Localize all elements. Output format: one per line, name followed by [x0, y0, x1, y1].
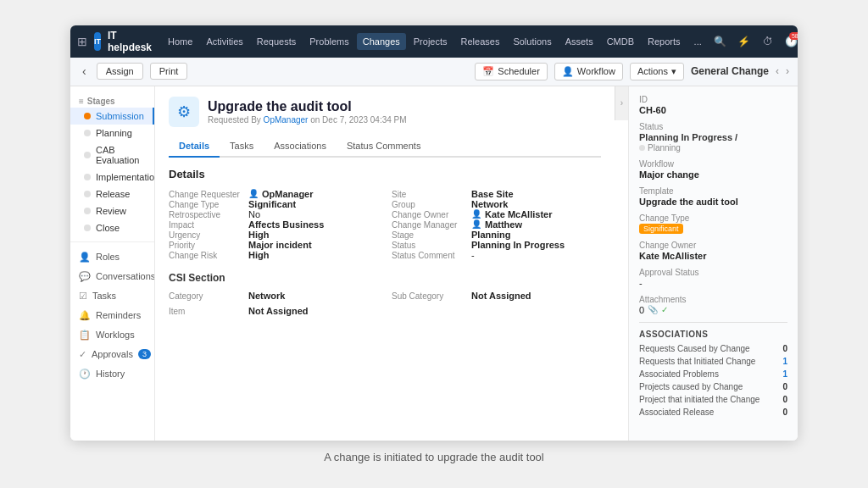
logo: IT [94, 32, 101, 51]
nav-icons: 🔍 ⚡ ⏱ 🕐 58 🔔 3 ⚙ U [711, 32, 798, 51]
stage-dot-release [84, 191, 91, 197]
conversations-icon: 💬 [79, 271, 91, 282]
sidebar-approvals[interactable]: ✓ Approvals 3 [70, 345, 154, 364]
right-panel: ID CH-60 Status Planning In Progress / P… [628, 86, 798, 441]
notifications-icon[interactable]: 🕐 58 [782, 32, 798, 51]
roles-icon: 👤 [79, 252, 91, 263]
nav-next-arrow[interactable]: › [786, 65, 789, 77]
lightning-icon[interactable]: ⚡ [735, 32, 754, 51]
nav-home[interactable]: Home [162, 33, 198, 50]
nav-prev-arrow[interactable]: ‹ [776, 65, 779, 77]
fields-left: Change Requester 👤 OpManager Change Type… [169, 189, 378, 260]
csi-section: CSI Section Category Network Sub Categor… [169, 272, 601, 316]
footer-caption: A change is initiated to upgrade the aud… [324, 451, 543, 463]
rp-change-type: Change Type Significant [639, 214, 787, 234]
rp-status: Status Planning In Progress / Planning [639, 122, 787, 152]
search-icon[interactable]: 🔍 [711, 32, 730, 51]
details-grid: Change Requester 👤 OpManager Change Type… [169, 189, 601, 260]
significant-badge: Significant [639, 224, 683, 234]
workflow-icon: 👤 [562, 66, 574, 77]
tab-associations[interactable]: Associations [264, 136, 337, 158]
grid-icon[interactable]: ⊞ [77, 35, 87, 48]
tab-details[interactable]: Details [169, 136, 220, 158]
nav-assets[interactable]: Assets [559, 33, 599, 50]
assign-button[interactable]: Assign [97, 63, 143, 80]
nav-reports[interactable]: Reports [642, 33, 687, 50]
csi-section-title: CSI Section [169, 272, 601, 284]
assoc-requests-initiated: Requests that Initiated Change 1 [639, 357, 787, 366]
assoc-problems: Associated Problems 1 [639, 369, 787, 379]
sidebar-conversations[interactable]: 💬 Conversations [70, 267, 154, 286]
collapse-toggle[interactable]: › [615, 86, 628, 120]
nav-problems[interactable]: Problems [303, 33, 354, 50]
field-item: Item Not Assigned [169, 306, 378, 316]
approvals-badge: 3 [138, 349, 151, 359]
sub-toolbar: ‹ Assign Print 📅 Scheduler 👤 Workflow Ac… [70, 58, 798, 86]
attachment-icon[interactable]: 📎 [648, 305, 658, 314]
brand-name: IT helpdesk [108, 30, 152, 53]
sidebar-history[interactable]: 🕐 History [70, 364, 154, 384]
stage-release[interactable]: Release [70, 186, 154, 202]
associations-title: ASSOCIATIONS [639, 330, 787, 339]
actions-button[interactable]: Actions ▾ [630, 63, 684, 80]
field-stage: Stage Planning [392, 230, 601, 240]
nav-projects[interactable]: Projects [408, 33, 453, 50]
change-title: Upgrade the audit tool [208, 99, 407, 114]
nav-requests[interactable]: Requests [251, 33, 302, 50]
sidebar-roles[interactable]: 👤 Roles [70, 247, 154, 267]
stage-dot-submission [84, 113, 91, 119]
stage-dot-impl [84, 174, 91, 180]
change-icon: ⚙ [169, 97, 199, 127]
back-button[interactable]: ‹ [79, 63, 90, 80]
assoc-project-initiated: Project that initiated the Change 0 [639, 395, 787, 404]
sidebar-reminders[interactable]: 🔔 Reminders [70, 306, 154, 325]
stage-review[interactable]: Review [70, 202, 154, 219]
sidebar-tasks[interactable]: ☑ Tasks [70, 286, 154, 306]
rp-status-values: Planning In Progress / Planning [639, 132, 787, 152]
rp-attachments: Attachments 0 📎 ✓ [639, 295, 787, 315]
field-retrospective: Retrospective No [169, 209, 378, 219]
stage-planning[interactable]: Planning [70, 125, 154, 141]
main-content: ⚙ Upgrade the audit tool Requested By Op… [155, 86, 615, 441]
planning-dot [639, 145, 645, 151]
attachment-check-icon: ✓ [661, 305, 668, 314]
stage-submission[interactable]: Submission [70, 108, 154, 125]
stage-implementation[interactable]: Implementation [70, 169, 154, 186]
stage-cab[interactable]: CAB Evaluation [70, 141, 154, 169]
workflow-button[interactable]: 👤 Workflow [554, 63, 623, 80]
field-impact: Impact Affects Business [169, 219, 378, 230]
nav-cmdb[interactable]: CMDB [601, 33, 640, 50]
timer-icon[interactable]: ⏱ [759, 32, 777, 51]
nav-changes[interactable]: Changes [357, 33, 406, 50]
tasks-icon: ☑ [79, 291, 87, 302]
nav-items: Home Activities Requests Problems Change… [162, 33, 708, 50]
nav-activities[interactable]: Activities [200, 33, 248, 50]
rp-workflow: Workflow Major change [639, 159, 787, 180]
tab-status-comments[interactable]: Status Comments [337, 136, 431, 158]
tab-tasks[interactable]: Tasks [220, 136, 264, 158]
stage-dot-planning [84, 130, 91, 136]
owner-person-icon: 👤 [471, 209, 481, 219]
rp-change-owner: Change Owner Kate McAllister [639, 241, 787, 261]
requester-link[interactable]: OpManager [264, 115, 309, 125]
print-button[interactable]: Print [150, 63, 188, 80]
field-change-manager: Change Manager 👤 Matthew [392, 219, 601, 230]
field-change-owner: Change Owner 👤 Kate McAllister [392, 209, 601, 219]
stage-dot-review [84, 208, 91, 214]
top-nav: ⊞ IT IT helpdesk Home Activities Request… [70, 25, 798, 58]
nav-releases[interactable]: Releases [455, 33, 506, 50]
nav-solutions[interactable]: Solutions [507, 33, 557, 50]
rp-id: ID CH-60 [639, 95, 787, 115]
scheduler-button[interactable]: 📅 Scheduler [475, 63, 548, 80]
sidebar-worklogs[interactable]: 📋 Worklogs [70, 325, 154, 345]
details-section-title: Details [169, 168, 601, 180]
assoc-release: Associated Release 0 [639, 408, 787, 417]
sidebar: ≡ Stages Submission Planning CAB Evaluat… [70, 86, 155, 441]
nav-more[interactable]: ... [688, 33, 708, 50]
field-status-comment: Status Comment - [392, 250, 601, 260]
field-change-requester: Change Requester 👤 OpManager [169, 189, 378, 199]
stage-close[interactable]: Close [70, 219, 154, 236]
change-title-area: Upgrade the audit tool Requested By OpMa… [208, 99, 407, 125]
rp-approval-status: Approval Status - [639, 268, 787, 288]
field-group: Group Network [392, 199, 601, 209]
